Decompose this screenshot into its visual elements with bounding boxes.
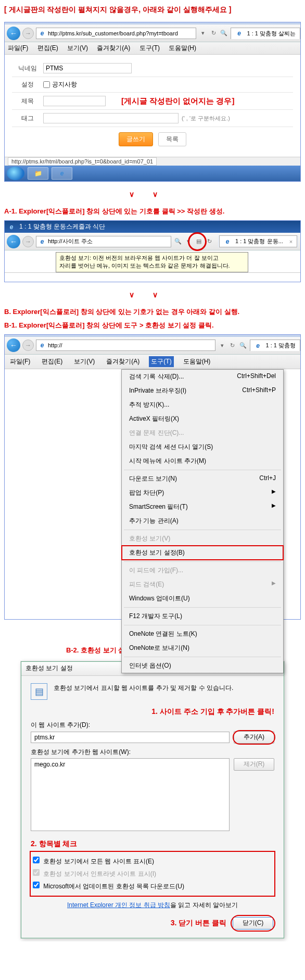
list-item[interactable]: mego.co.kr (34, 761, 226, 768)
tools-menu-item[interactable]: 마지막 검색 세션 다시 열기(S) (122, 440, 283, 454)
tools-menu-item[interactable]: 다운로드 보기(N)Ctrl+J (122, 472, 283, 486)
remove-button[interactable]: 제거(R) (234, 758, 274, 771)
address-bar[interactable]: e http://ptms.kr/sub_customer/board.php?… (36, 28, 196, 39)
tools-menu-item[interactable]: ActiveX 필터링(X) (122, 412, 283, 426)
title-input[interactable] (43, 96, 106, 106)
ie-icon: e (39, 342, 46, 349)
close-button[interactable]: 닫기(C) (233, 917, 273, 929)
menu-tools[interactable]: 도구(T) (149, 356, 173, 367)
refresh-icon[interactable]: ↻ (228, 341, 237, 350)
ie-icon: e (235, 30, 243, 37)
browser-tab[interactable]: e 1 : 1 맞춤형 (250, 340, 300, 351)
callout-step-2: 2. 항목별 체크 (31, 839, 274, 849)
forward-button[interactable]: → (22, 340, 34, 351)
nav-toolbar: ← → e http://사이트 주소 🔍 ▾ ▤ ↻ e 1 : 1 맞춤형 … (5, 233, 300, 250)
checkbox-group: 호환성 보기에서 모든 웹 사이트 표시(E) 호환성 보기에서 인트라넷 사이… (31, 852, 274, 896)
forward-button[interactable]: → (22, 28, 34, 39)
refresh-icon[interactable]: ↻ (209, 29, 218, 38)
callout-step-3: 3. 닫기 버튼 클릭 (171, 919, 226, 928)
callout-step-1: 1. 사이트 주소 기입 후 추가버튼 클릭! (31, 707, 274, 717)
menu-edit[interactable]: 편집(E) (40, 356, 65, 367)
tools-menu-item[interactable]: SmartScreen 필터(T)▶ (122, 500, 283, 514)
menu-file[interactable]: 파일(F) (8, 356, 32, 367)
menu-favorites[interactable]: 즐겨찾기(A) (97, 44, 130, 52)
taskbar-explorer-icon[interactable]: 📁 (28, 167, 48, 180)
check-ms-download[interactable]: Microsoft에서 업데이트된 호환성 목록 다운로드(U) (33, 880, 272, 893)
status-bar: http://ptms.kr/html/board.php?is_t=0&boa… (5, 157, 300, 166)
dropdown-icon[interactable]: ▾ (218, 341, 227, 350)
close-tab-icon[interactable]: × (289, 238, 293, 245)
privacy-policy-link[interactable]: Internet Explorer 개인 정보 취급 방침 (67, 901, 170, 909)
check-all-sites[interactable]: 호환성 보기에서 모든 웹 사이트 표시(E) (33, 855, 272, 868)
taskbar-ie-icon[interactable]: e (52, 167, 72, 180)
menu-edit[interactable]: 편집(E) (37, 44, 58, 52)
menu-file[interactable]: 파일(F) (8, 44, 28, 52)
compatibility-dialog-icon: ▤ (31, 683, 47, 700)
menu-help[interactable]: 도움말(H) (181, 356, 213, 367)
window-titlebar: e 1 : 1 맞춤형 운동스케줄과 식단 (5, 221, 300, 233)
tag-hint: (' , '로 구분하세요.) (182, 115, 230, 122)
tools-menu-item[interactable]: 인터넷 옵션(O) (122, 659, 283, 673)
tools-menu-item[interactable]: 검색 기록 삭제(D)...Ctrl+Shift+Del (122, 370, 283, 384)
add-site-input[interactable] (31, 732, 230, 743)
search-icon[interactable]: 🔍 (238, 341, 248, 350)
tools-menu-item[interactable]: InPrivate 브라우징(I)Ctrl+Shift+P (122, 384, 283, 398)
add-site-label: 이 웹 사이트 추가(D): (31, 721, 274, 730)
add-button[interactable]: 추가(A) (234, 731, 274, 744)
tools-menu-item[interactable]: 호환성 보기 설정(B) (122, 546, 283, 560)
back-button[interactable]: ← (7, 235, 20, 248)
menu-favorites[interactable]: 즐겨찾기(A) (104, 356, 142, 367)
tab-title: 1 : 1 맞춤형 살찌는 (247, 30, 296, 37)
nickname-input[interactable] (43, 63, 132, 73)
search-icon[interactable]: 🔍 (173, 237, 183, 246)
compatibility-settings-dialog: 호환성 보기 설정 ✖ ▤ 호환성 보기에서 표시할 웹 사이트를 추가 및 제… (21, 661, 284, 938)
ie-icon: e (39, 238, 46, 245)
tools-menu-item[interactable]: OneNote로 보내기(N) (122, 641, 283, 655)
nav-toolbar: ← → e http:// ▾ ↻ 🔍 e 1 : 1 맞춤형 (5, 337, 300, 355)
address-bar[interactable]: e http://사이트 주소 (36, 236, 171, 247)
menu-help[interactable]: 도움말(H) (169, 44, 196, 52)
ie-icon: e (224, 238, 231, 245)
tools-menu-item[interactable]: 추적 방지(K)... (122, 398, 283, 412)
tab-title: 1 : 1 맞춤형 운동... (235, 237, 283, 245)
back-button[interactable]: ← (7, 27, 20, 40)
notice-label: 공지사항 (52, 80, 77, 89)
url-text: http://ptms.kr/sub_customer/board.php?my… (48, 30, 178, 36)
back-button[interactable]: ← (7, 338, 20, 352)
added-sites-label: 호환성 보기에 추가한 웹 사이트(W): (31, 748, 274, 757)
tools-menu-item[interactable]: Windows 업데이트(U) (122, 592, 283, 606)
tab-title: 1 : 1 맞춤형 (266, 342, 296, 349)
forward-button[interactable]: → (22, 236, 34, 247)
sites-listbox[interactable]: mego.co.kr (31, 758, 230, 831)
start-button[interactable] (7, 167, 24, 180)
nickname-label: 닉네임 (12, 64, 43, 73)
list-button[interactable]: 목록 (158, 132, 186, 146)
dropdown-icon[interactable]: ▾ (198, 29, 208, 38)
tools-menu-item: 피드 검색(E)▶ (122, 577, 283, 592)
menu-tools[interactable]: 도구(T) (139, 44, 160, 52)
missing-editor-warning: [게시글 작성란이 없어지는 경우] (121, 96, 235, 106)
browser-tab[interactable]: e 1 : 1 맞춤형 살찌는 (231, 28, 300, 39)
search-icon[interactable]: 🔍 (219, 29, 228, 38)
menu-view[interactable]: 보기(V) (72, 356, 97, 367)
tools-menu-item[interactable]: OneNote 연결된 노트(K) (122, 627, 283, 641)
setting-label: 설정 (12, 80, 43, 89)
tag-input[interactable] (43, 113, 179, 123)
tools-menu-item[interactable]: 시작 메뉴에 사이트 추가(M) (122, 454, 283, 468)
tools-menu-item[interactable]: 팝업 차단(P)▶ (122, 486, 283, 500)
section-a1-heading: A-1. Explorer[익스플로러] 창의 상단에 있는 기호를 클릭 >>… (0, 205, 305, 218)
ie-icon: e (39, 30, 46, 37)
tools-menu-item[interactable]: F12 개발자 도구(L) (122, 609, 283, 623)
notice-checkbox[interactable] (43, 81, 50, 88)
menu-view[interactable]: 보기(V) (67, 44, 88, 52)
tools-menu-item[interactable]: 추가 기능 관리(A) (122, 514, 283, 528)
privacy-policy-suffix: 을 읽고 자세히 알아보기 (170, 901, 238, 909)
title-label: 제목 (12, 97, 43, 106)
check-intranet[interactable]: 호환성 보기에서 인트라넷 사이트 표시(I) (33, 868, 272, 880)
browser-tab[interactable]: e 1 : 1 맞춤형 운동... × (219, 235, 297, 247)
write-button[interactable]: 글쓰기 (119, 132, 153, 146)
page-main-instruction: [ 게시글판의 작성란이 펼쳐지지 않을경우, 아래와 같이 실행해주세요 ] (0, 0, 305, 20)
post-form: 닉네임 설정 공지사항 제목 [게시글 작성란이 없어지는 경우] 태그 (' … (5, 55, 300, 157)
address-bar[interactable]: e http:// (36, 340, 215, 351)
tools-menu-item: 이 피드에 가입(F)... (122, 563, 283, 577)
